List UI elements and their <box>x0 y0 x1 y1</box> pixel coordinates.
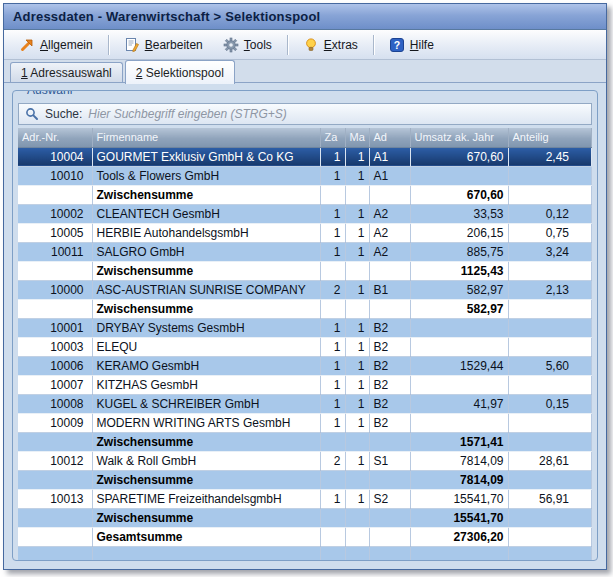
cell-za <box>320 546 345 561</box>
cell-anteilig: 2,13 <box>508 280 592 299</box>
cell-umsatz: 670,60 <box>410 185 508 204</box>
cell-za <box>320 470 345 489</box>
column-header-adr-nr[interactable]: Adr.-Nr. <box>18 128 92 147</box>
cell-za: 1 <box>320 375 345 394</box>
cell-adr-nr: 10009 <box>18 413 92 432</box>
table-row[interactable]: 10007KITZHAS GesmbH11B2 <box>18 375 592 394</box>
cell-umsatz <box>410 166 508 185</box>
cell-umsatz: 15541,70 <box>410 508 508 527</box>
cell-ad: B2 <box>369 337 410 356</box>
svg-text:?: ? <box>394 39 400 51</box>
arrow-up-right-icon <box>19 37 35 53</box>
cell-adr-nr <box>18 432 92 451</box>
table-row[interactable]: 10005HERBIE AutohandelsgsmbH11A2206,150,… <box>18 223 592 242</box>
table-row-subtotal[interactable]: Zwischensumme670,60 <box>18 185 592 204</box>
title-bar: Adressdaten - Warenwirtschaft > Selektio… <box>4 4 606 30</box>
table-row[interactable]: 10004GOURMET Exklusiv GmbH & Co KG11A167… <box>18 147 592 166</box>
table-row-subtotal[interactable]: Zwischensumme15541,70 <box>18 508 592 527</box>
table-row[interactable]: 10013SPARETIME FreizeithandelsgmbH11S215… <box>18 489 592 508</box>
cell-firmenname: SALGRO GmbH <box>92 242 320 261</box>
cell-ma <box>345 299 369 318</box>
cell-adr-nr: 10004 <box>18 147 92 166</box>
toolbar-button-tools[interactable]: Tools <box>214 33 281 57</box>
cell-ad: S1 <box>369 451 410 470</box>
cell-ad: A1 <box>369 166 410 185</box>
cell-umsatz: 1529,44 <box>410 356 508 375</box>
cell-ma <box>345 527 369 546</box>
cell-umsatz: 15541,70 <box>410 489 508 508</box>
column-header-za[interactable]: Za <box>320 128 345 147</box>
cell-adr-nr: 10010 <box>18 166 92 185</box>
cell-ma: 1 <box>345 489 369 508</box>
table-row-subtotal[interactable]: Zwischensumme1125,43 <box>18 261 592 280</box>
table-row[interactable]: 10003ELEQU11B2 <box>18 337 592 356</box>
column-header-umsatz[interactable]: Umsatz ak. Jahr <box>410 128 508 147</box>
toolbar-button-allgemein[interactable]: Allgemein <box>10 33 102 57</box>
cell-ad: B2 <box>369 375 410 394</box>
cell-firmenname: HERBIE AutohandelsgsmbH <box>92 223 320 242</box>
cell-anteilig: 0,12 <box>508 204 592 223</box>
search-input[interactable] <box>88 107 585 121</box>
table-row[interactable]: 10002CLEANTECH GesmbH11A233,530,12 <box>18 204 592 223</box>
cell-umsatz: 7814,09 <box>410 470 508 489</box>
cell-firmenname <box>92 546 320 561</box>
cell-ma: 1 <box>345 223 369 242</box>
cell-firmenname: Gesamtsumme <box>92 527 320 546</box>
cell-firmenname: CLEANTECH GesmbH <box>92 204 320 223</box>
table-body: 10004GOURMET Exklusiv GmbH & Co KG11A167… <box>18 147 592 561</box>
table-row[interactable]: 10000ASC-AUSTRIAN SUNRISE COMPANY21B1582… <box>18 280 592 299</box>
cell-umsatz <box>410 318 508 337</box>
table-row[interactable]: 10008KUGEL & SCHREIBER GmbH11B241,970,15 <box>18 394 592 413</box>
toolbar-button-bearbeiten[interactable]: Bearbeiten <box>115 33 212 57</box>
toolbar-button-hilfe[interactable]: ?Hilfe <box>380 33 443 57</box>
cell-adr-nr: 10000 <box>18 280 92 299</box>
cell-ma: 1 <box>345 280 369 299</box>
table-row-subtotal[interactable]: Zwischensumme1571,41 <box>18 432 592 451</box>
table-row[interactable]: 10011SALGRO GmbH11A2885,753,24 <box>18 242 592 261</box>
toolbar-separator <box>287 35 288 55</box>
cell-anteilig: 28,61 <box>508 451 592 470</box>
table-row-empty <box>18 546 592 561</box>
groupbox-label: Auswahl <box>23 90 76 97</box>
cell-anteilig: 5,60 <box>508 356 592 375</box>
column-header-anteilig[interactable]: Anteilig <box>508 128 592 147</box>
table-row[interactable]: 10006KERAMO GesmbH11B21529,445,60 <box>18 356 592 375</box>
cell-ad <box>369 546 410 561</box>
table-row[interactable]: 10009MODERN WRITING ARTS GesmbH11B2 <box>18 413 592 432</box>
toolbar-button-extras[interactable]: Extras <box>294 33 367 57</box>
column-header-firmenname[interactable]: Firmenname <box>92 128 320 147</box>
table-row[interactable]: 10012Walk & Roll GmbH21S17814,0928,61 <box>18 451 592 470</box>
tab-selektionspool[interactable]: 2 Selektionspool <box>125 60 235 84</box>
tab-adressauswahl[interactable]: 1 Adressauswahl <box>10 62 123 83</box>
cell-ma: 1 <box>345 394 369 413</box>
cell-umsatz <box>410 375 508 394</box>
cell-ad <box>369 185 410 204</box>
cell-ad <box>369 432 410 451</box>
app-window: Adressdaten - Warenwirtschaft > Selektio… <box>3 3 607 570</box>
cell-anteilig: 56,91 <box>508 489 592 508</box>
column-header-ma[interactable]: Ma <box>345 128 369 147</box>
table-row-subtotal[interactable]: Zwischensumme7814,09 <box>18 470 592 489</box>
cell-ad: A1 <box>369 147 410 166</box>
cell-anteilig <box>508 318 592 337</box>
table-row-subtotal[interactable]: Zwischensumme582,97 <box>18 299 592 318</box>
cell-ad <box>369 527 410 546</box>
cell-umsatz: 206,15 <box>410 223 508 242</box>
search-bar: Suche: <box>18 103 592 125</box>
cell-za <box>320 299 345 318</box>
edit-icon <box>124 37 140 53</box>
search-label: Suche: <box>45 107 82 121</box>
cell-adr-nr: 10011 <box>18 242 92 261</box>
cell-umsatz: 670,60 <box>410 147 508 166</box>
table-row[interactable]: 10001DRYBAY Systems GesmbH11B2 <box>18 318 592 337</box>
cell-anteilig: 0,75 <box>508 223 592 242</box>
cell-adr-nr: 10005 <box>18 223 92 242</box>
table-row-total[interactable]: Gesamtsumme27306,20 <box>18 527 592 546</box>
cell-umsatz: 1125,43 <box>410 261 508 280</box>
help-icon: ? <box>389 37 405 53</box>
cell-umsatz: 1571,41 <box>410 432 508 451</box>
table-row[interactable]: 10010Tools & Flowers GmbH11A1 <box>18 166 592 185</box>
cell-firmenname: SPARETIME FreizeithandelsgmbH <box>92 489 320 508</box>
column-header-ad[interactable]: Ad <box>369 128 410 147</box>
cell-anteilig <box>508 299 592 318</box>
